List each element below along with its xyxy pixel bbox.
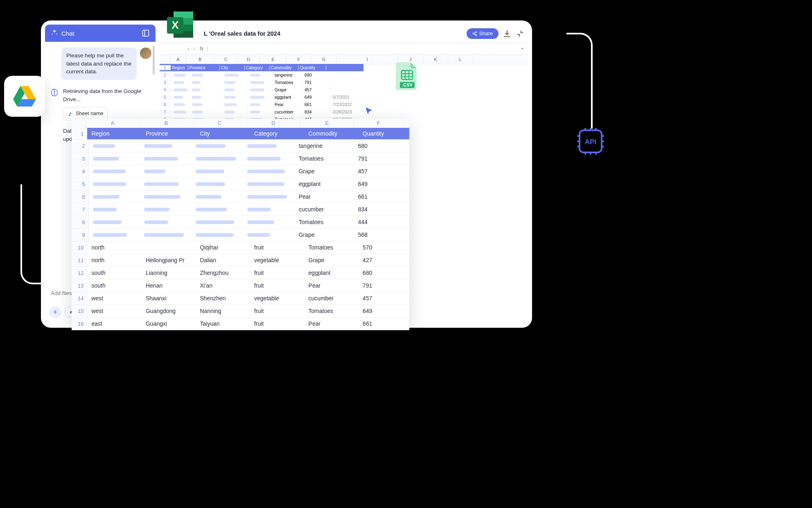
excel-icon: X	[164, 8, 196, 41]
svg-rect-25	[602, 135, 604, 137]
ai-text-1: Retrieving data from the Google Drive...	[63, 87, 151, 104]
svg-point-4	[475, 34, 476, 36]
user-bubble: Please help me pull the latest data and …	[61, 48, 137, 80]
svg-rect-29	[590, 128, 591, 130]
sheet-chip-label: Sheet name	[76, 110, 103, 118]
drive-icon	[68, 111, 73, 117]
download-icon[interactable]	[503, 29, 512, 38]
svg-rect-26	[602, 141, 604, 142]
big-col-D[interactable]: D	[247, 119, 300, 128]
user-message: Please help me pull the latest data and …	[49, 48, 151, 80]
share-icon	[472, 31, 477, 36]
csv-icon: .CSV	[396, 61, 418, 90]
big-col-A[interactable]: A	[86, 119, 140, 128]
big-col-B[interactable]: B	[140, 119, 193, 128]
gdrive-icon	[4, 76, 45, 117]
fx-label: fx	[200, 46, 203, 52]
ai-message-1: Retrieving data from the Google Drive...…	[49, 87, 151, 120]
collapse-icon[interactable]	[516, 29, 525, 38]
fb-cancel[interactable]: ‹	[187, 46, 189, 52]
big-col-C[interactable]: C	[193, 119, 247, 128]
svg-rect-33	[595, 152, 597, 155]
svg-rect-32	[590, 152, 591, 155]
scrollbar[interactable]	[153, 46, 155, 75]
svg-point-3	[473, 33, 474, 34]
col-header-K[interactable]: K	[423, 55, 448, 64]
svg-rect-23	[577, 141, 580, 142]
svg-text:X: X	[171, 19, 179, 31]
svg-rect-9	[174, 11, 193, 18]
big-col-E[interactable]: E	[300, 119, 354, 128]
ai-icon	[49, 87, 60, 98]
col-header-L[interactable]: L	[448, 55, 473, 64]
chat-title: Chat	[61, 30, 74, 37]
svg-rect-31	[584, 152, 586, 155]
svg-rect-30	[595, 128, 597, 130]
svg-rect-24	[577, 146, 580, 147]
avatar	[140, 48, 151, 59]
svg-marker-7	[521, 48, 523, 50]
api-icon: API	[576, 127, 605, 156]
connector-left	[20, 184, 43, 284]
share-button[interactable]: Share	[467, 28, 498, 39]
sheet-titlebar: L 'Oreal sales data for 2024 Share	[160, 25, 528, 43]
foreground-table: ABCDEF1RegionProvinceCityCategoryCommodi…	[72, 119, 409, 330]
svg-point-2	[475, 32, 476, 33]
svg-rect-28	[584, 128, 586, 130]
big-col-F[interactable]: F	[354, 119, 404, 128]
svg-rect-0	[143, 30, 149, 36]
connector-right	[566, 33, 593, 129]
share-label: Share	[479, 31, 493, 36]
collapse-icon[interactable]	[142, 29, 150, 37]
dropdown-icon[interactable]	[520, 46, 525, 51]
svg-text:.CSV: .CSV	[402, 82, 413, 87]
add-button[interactable]: +	[49, 306, 61, 318]
svg-line-5	[474, 32, 476, 33]
sparkle-icon	[51, 29, 58, 38]
svg-rect-22	[577, 135, 580, 137]
svg-text:API: API	[585, 138, 596, 146]
cursor-icon	[364, 107, 373, 117]
svg-rect-27	[602, 146, 604, 147]
chat-header: Chat	[45, 25, 156, 42]
document-title[interactable]: L 'Oreal sales data for 2024	[204, 30, 280, 37]
formula-bar[interactable]: ‹ ✓ fx |	[160, 43, 528, 55]
svg-line-6	[474, 34, 476, 35]
